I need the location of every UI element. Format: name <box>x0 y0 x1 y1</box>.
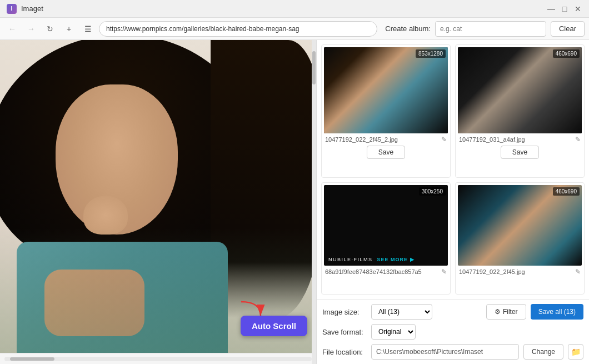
image-card-2: 460x690 10477192_031_a4af.jpg ✎ Save <box>455 44 585 178</box>
browser-view-button[interactable]: ☰ <box>80 21 96 37</box>
browser-panel: Auto Scroll <box>0 40 317 364</box>
file-location-label: File location: <box>322 348 367 356</box>
image-card-3: NUBILE·FILMS SEE MORE ▶ 300x250 68a91f9f… <box>321 182 451 295</box>
image-thumb-1: 853x1280 <box>324 47 448 133</box>
filename-2: 10477192_031_a4af.jpg <box>459 136 573 143</box>
filter-label: Filter <box>503 308 518 316</box>
save-all-button[interactable]: Save all (13) <box>531 304 583 320</box>
images-grid: 853x1280 10477192_022_2f45_2.jpg ✎ Save … <box>317 40 589 299</box>
image-card-1: 853x1280 10477192_022_2f45_2.jpg ✎ Save <box>321 44 451 178</box>
edit-icon-3[interactable]: ✎ <box>441 268 447 276</box>
change-button[interactable]: Change <box>523 344 563 360</box>
filename-row-3: 68a91f9fee87483e74132fbac857a5 ✎ <box>324 268 448 276</box>
vertical-scrollbar[interactable] <box>312 40 316 364</box>
main-layout: Auto Scroll 853x1280 10477192_022_2f45_2… <box>0 40 589 364</box>
save-button-2[interactable]: Save <box>501 146 539 159</box>
filter-icon: ⚙ <box>495 308 501 316</box>
maximize-button[interactable]: □ <box>560 4 569 13</box>
portrait-illustration <box>0 40 316 353</box>
save-format-label: Save format: <box>322 328 367 336</box>
app-title: Imaget <box>21 4 547 13</box>
minimize-button[interactable]: — <box>547 4 556 13</box>
browser-bottom-bar <box>0 353 316 364</box>
close-button[interactable]: ✕ <box>573 4 582 13</box>
see-more-link[interactable]: SEE MORE ▶ <box>377 257 415 262</box>
edit-icon-2[interactable]: ✎ <box>575 136 581 143</box>
image-size-select[interactable]: All (13) <box>371 304 432 320</box>
navbar: ← → ↻ + ☰ Create album: Clear <box>0 18 589 40</box>
album-section: Create album: Clear <box>385 21 585 37</box>
save-format-row: Save format: Original <box>322 324 583 340</box>
clear-button[interactable]: Clear <box>551 21 585 37</box>
bottom-controls: Image size: All (13) ⚙ Filter Save all (… <box>317 299 589 364</box>
filter-button[interactable]: ⚙ Filter <box>486 304 526 320</box>
format-select[interactable]: Original <box>371 324 416 340</box>
new-tab-button[interactable]: + <box>61 21 77 37</box>
image-size-row: Image size: All (13) ⚙ Filter Save all (… <box>322 304 583 320</box>
image-card-4: 460x690 10477192_022_2f45.jpg ✎ <box>455 182 585 295</box>
window-controls: — □ ✕ <box>547 4 582 13</box>
file-location-input[interactable] <box>371 344 519 360</box>
filename-row-4: 10477192_022_2f45.jpg ✎ <box>458 268 582 276</box>
edit-icon-4[interactable]: ✎ <box>575 268 581 276</box>
horizontal-scrollbar[interactable] <box>4 357 312 361</box>
address-bar[interactable] <box>99 21 377 37</box>
brand-name: NUBILE·FILMS <box>328 257 373 262</box>
scrollbar-h-thumb <box>10 357 54 361</box>
album-input[interactable] <box>435 21 546 37</box>
edit-icon-1[interactable]: ✎ <box>441 136 447 143</box>
filename-row-1: 10477192_022_2f45_2.jpg ✎ <box>324 136 448 143</box>
back-button[interactable]: ← <box>4 21 20 37</box>
thumb-photo-2 <box>458 47 582 133</box>
filename-3: 68a91f9fee87483e74132fbac857a5 <box>325 268 439 275</box>
titlebar: I Imaget — □ ✕ <box>0 0 589 18</box>
create-album-label: Create album: <box>385 24 431 33</box>
filename-4: 10477192_022_2f45.jpg <box>459 268 573 275</box>
browser-image: Auto Scroll <box>0 40 316 353</box>
image-thumb-3: NUBILE·FILMS SEE MORE ▶ 300x250 <box>324 185 448 266</box>
image-dim-badge-3: 300x250 <box>419 187 446 196</box>
refresh-button[interactable]: ↻ <box>42 21 58 37</box>
images-panel: 853x1280 10477192_022_2f45_2.jpg ✎ Save … <box>317 40 589 364</box>
app-icon: I <box>7 4 17 14</box>
thumb-photo-1 <box>324 47 448 133</box>
file-location-row: File location: Change 📁 <box>322 344 583 360</box>
auto-scroll-button[interactable]: Auto Scroll <box>241 316 307 336</box>
filename-row-2: 10477192_031_a4af.jpg ✎ <box>458 136 582 143</box>
folder-icon: 📁 <box>571 347 581 356</box>
folder-button[interactable]: 📁 <box>568 344 583 360</box>
image-dim-badge-4: 460x690 <box>553 187 580 196</box>
thumb-photo-4 <box>458 185 582 266</box>
forward-button[interactable]: → <box>23 21 39 37</box>
thumb-photo-3: NUBILE·FILMS SEE MORE ▶ <box>324 185 448 266</box>
image-size-label: Image size: <box>322 308 367 316</box>
branding-text: NUBILE·FILMS SEE MORE ▶ <box>328 257 443 262</box>
image-dim-badge-2: 460x690 <box>553 49 580 58</box>
image-thumb-4: 460x690 <box>458 185 582 266</box>
filename-1: 10477192_022_2f45_2.jpg <box>325 136 439 143</box>
scrollbar-v-thumb <box>312 51 316 84</box>
save-button-1[interactable]: Save <box>367 146 405 159</box>
image-thumb-2: 460x690 <box>458 47 582 133</box>
image-dim-badge-1: 853x1280 <box>416 49 446 58</box>
